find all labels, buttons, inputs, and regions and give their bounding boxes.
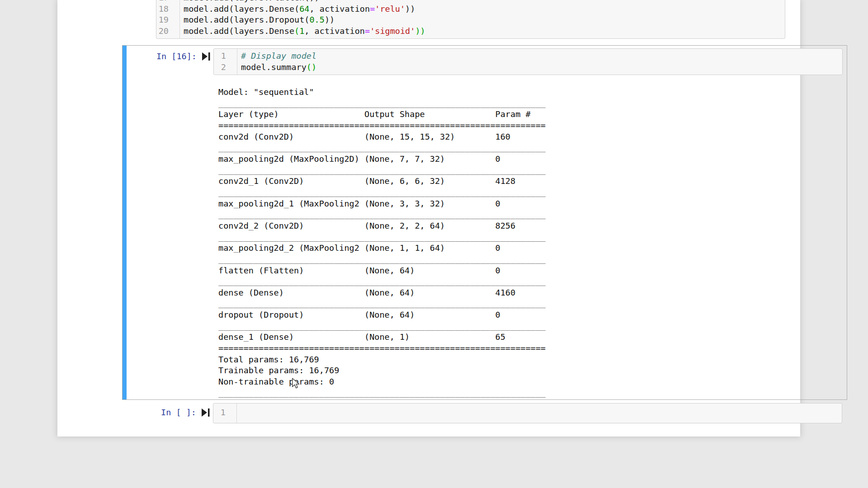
- code-editor-partial[interactable]: 17181920 model.add(layers.Flatten())mode…: [156, 0, 785, 39]
- output-line: ________________________________________…: [218, 98, 546, 109]
- line-number: 1: [213, 407, 226, 418]
- code-line: # Display model: [241, 51, 842, 62]
- code-token: # Display model: [241, 51, 316, 61]
- output-line: conv2d (Conv2D) (None, 15, 15, 32) 160: [218, 131, 546, 143]
- code-token: model.add(layers.Dense: [184, 26, 294, 36]
- input-prompt: In [ ]:: [161, 407, 196, 418]
- code-token: 64: [299, 4, 309, 14]
- code-token: =: [370, 4, 375, 14]
- output-line: ________________________________________…: [218, 388, 546, 399]
- code-token: 'relu': [375, 4, 405, 14]
- code-line: model.add(layers.Dropout(0.5)): [184, 14, 785, 26]
- output-line: ________________________________________…: [218, 165, 546, 176]
- code-token: (): [307, 62, 316, 72]
- output-line: Model: "sequential": [218, 87, 546, 98]
- code-token: , activation: [304, 26, 365, 36]
- line-number-gutter: 17181920: [156, 0, 180, 38]
- code-line: model.add(layers.Dense(1, activation='si…: [184, 26, 785, 37]
- output-line: conv2d_1 (Conv2D) (None, 6, 6, 32) 4128: [218, 176, 546, 187]
- selected-cell-indicator: [123, 46, 127, 399]
- line-number: 18: [156, 4, 169, 15]
- code-token: model.summary: [241, 62, 307, 72]
- output-line: ========================================…: [218, 343, 546, 354]
- code-token: 1: [299, 26, 304, 36]
- notebook-container: 17181920 model.add(layers.Flatten())mode…: [57, 0, 800, 436]
- prompt-area: In [16]:: [125, 51, 214, 62]
- code-cell-16[interactable]: In [16]: 12 # Display modelmodel.summary…: [122, 45, 847, 400]
- code-line: [241, 407, 842, 418]
- run-cell-icon[interactable]: [202, 52, 211, 61]
- output-line: ========================================…: [218, 120, 546, 131]
- output-line: ________________________________________…: [218, 298, 546, 310]
- line-number: 20: [156, 26, 169, 37]
- page: { "colors": { "page_bg": "#e8e8e8", "not…: [0, 0, 868, 488]
- output-line: max_pooling2d_2 (MaxPooling2 (None, 1, 1…: [218, 243, 546, 254]
- code-lines[interactable]: [237, 404, 842, 423]
- output-line: flatten (Flatten) (None, 64) 0: [218, 265, 546, 277]
- prompt-area: In [ ]:: [125, 407, 213, 418]
- line-number-gutter: 12: [214, 49, 237, 75]
- output-line: ________________________________________…: [218, 321, 546, 332]
- output-line: Non-trainable params: 0: [218, 376, 546, 388]
- code-token: )): [405, 4, 415, 14]
- mouse-cursor: [292, 378, 302, 389]
- code-editor-16[interactable]: 12 # Display modelmodel.summary(): [213, 48, 843, 75]
- code-token: model.add(layers.Flatten()): [184, 0, 320, 2]
- output-line: dense_1 (Dense) (None, 1) 65: [218, 332, 546, 343]
- output-area: Model: "sequential"_____________________…: [218, 87, 546, 399]
- code-token: model.add(layers.Dropout(: [184, 15, 309, 24]
- code-cell-partial: 17181920 model.add(layers.Flatten())mode…: [66, 0, 791, 49]
- output-line: Layer (type) Output Shape Param #: [218, 109, 546, 120]
- code-token: =: [365, 26, 370, 36]
- code-lines[interactable]: # Display modelmodel.summary(): [237, 49, 842, 75]
- output-line: ________________________________________…: [218, 187, 546, 198]
- output-line: dropout (Dropout) (None, 64) 0: [218, 310, 546, 321]
- code-cell-empty[interactable]: In [ ]: 1: [122, 399, 847, 427]
- code-token: 'sigmoid': [370, 26, 415, 36]
- output-line: Total params: 16,769: [218, 354, 546, 366]
- code-token: 0.5: [309, 15, 324, 24]
- output-line: max_pooling2d_1 (MaxPooling2 (None, 3, 3…: [218, 198, 546, 210]
- output-line: ________________________________________…: [218, 209, 546, 221]
- code-lines[interactable]: model.add(layers.Flatten())model.add(lay…: [180, 0, 785, 38]
- code-line: model.summary(): [241, 62, 842, 73]
- input-prompt: In [16]:: [156, 51, 197, 62]
- output-line: dense (Dense) (None, 64) 4160: [218, 287, 546, 299]
- code-token: )): [415, 26, 425, 36]
- line-number: 17: [156, 0, 169, 4]
- output-line: ________________________________________…: [218, 276, 546, 287]
- code-editor-empty[interactable]: 1: [213, 403, 842, 423]
- code-token: (: [294, 26, 299, 36]
- line-number: 19: [156, 14, 169, 26]
- line-number: 1: [214, 51, 226, 62]
- output-line: ________________________________________…: [218, 232, 546, 243]
- code-line: model.add(layers.Dense(64, activation='r…: [184, 4, 785, 15]
- code-line: model.add(layers.Flatten()): [184, 0, 785, 4]
- output-line: conv2d_2 (Conv2D) (None, 2, 2, 64) 8256: [218, 221, 546, 232]
- code-token: )): [325, 15, 335, 24]
- output-line: max_pooling2d (MaxPooling2D) (None, 7, 7…: [218, 154, 546, 165]
- run-cell-icon[interactable]: [202, 408, 211, 417]
- line-number: 2: [214, 62, 226, 73]
- output-line: ________________________________________…: [218, 142, 546, 154]
- output-line: ________________________________________…: [218, 254, 546, 265]
- code-token: , activation: [309, 4, 370, 14]
- line-number-gutter: 1: [213, 404, 237, 423]
- output-line: Trainable params: 16,769: [218, 365, 546, 376]
- code-token: model.add(layers.Dense(: [184, 4, 299, 14]
